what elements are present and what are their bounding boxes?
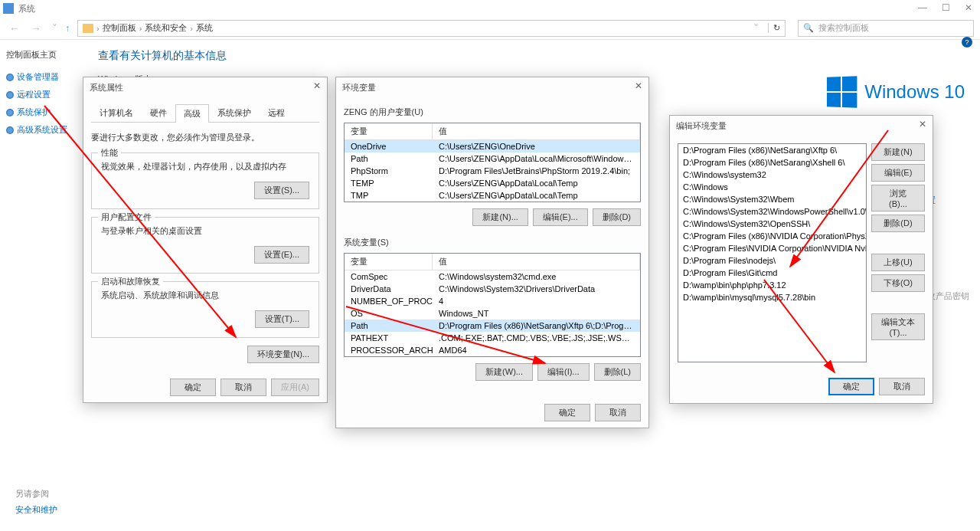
address-dropdown[interactable]: ˅ <box>750 22 762 34</box>
shield-icon <box>6 91 14 99</box>
cancel-button[interactable]: 取消 <box>595 404 641 421</box>
title-bar: 系统 <box>0 0 980 17</box>
table-row[interactable]: DriverDataC:\Windows\System32\Drivers\Dr… <box>345 283 640 295</box>
sidebar-cpanel-home[interactable]: 控制面板主页 <box>6 49 70 61</box>
sys-new-button[interactable]: 新建(W)... <box>475 363 533 381</box>
table-row[interactable]: PhpStormD:\Program Files\JetBrains\PhpSt… <box>345 165 640 177</box>
user-new-button[interactable]: 新建(N)... <box>472 208 528 226</box>
apply-button[interactable]: 应用(A) <box>271 379 319 396</box>
list-item[interactable]: D:\Program Files (x86)\NetSarang\Xshell … <box>678 156 866 169</box>
var-name: PATHEXT <box>345 332 433 344</box>
browse-button[interactable]: 浏览(B)... <box>871 185 925 211</box>
edittext-button[interactable]: 编辑文本(T)... <box>871 313 925 340</box>
user-delete-button[interactable]: 删除(D) <box>593 208 641 226</box>
folder-icon <box>83 24 93 33</box>
tabs: 计算机名 硬件 高级 系统保护 远程 <box>91 103 319 123</box>
list-item[interactable]: D:\Program Files\nodejs\ <box>678 254 866 267</box>
env-vars-button[interactable]: 环境变量(N)... <box>247 346 319 363</box>
table-row[interactable]: OSWindows_NT <box>345 307 640 320</box>
tab-remote[interactable]: 远程 <box>260 103 293 122</box>
list-item[interactable]: D:\Program Files (x86)\NetSarang\Xftp 6\ <box>678 144 866 156</box>
table-row[interactable]: TEMPC:\Users\ZENG\AppData\Local\Temp <box>345 177 640 189</box>
list-item[interactable]: C:\Windows\system32 <box>678 169 866 181</box>
list-item[interactable]: C:\Program Files\NVIDIA Corporation\NVID… <box>678 242 866 254</box>
toolbar: ← → ˅ ↑ › 控制面板 › 系统和安全 › 系统 ˅ ↻ 🔍 搜索控制面板 <box>0 17 980 40</box>
table-row[interactable]: PATHEXT.COM;.EXE;.BAT;.CMD;.VBS;.VBE;.JS… <box>345 332 640 344</box>
sys-edit-button[interactable]: 编辑(I)... <box>537 363 590 381</box>
startup-settings-button[interactable]: 设置(T)... <box>255 310 309 328</box>
minimize-button[interactable]: — <box>911 0 934 15</box>
list-item[interactable]: D:\wamp\bin\php\php7.3.12 <box>678 279 866 291</box>
tab-protection[interactable]: 系统保护 <box>209 103 260 122</box>
breadcrumb-cpanel[interactable]: 控制面板 <box>103 22 136 34</box>
table-row[interactable]: ComSpecC:\Windows\system32\cmd.exe <box>345 270 640 283</box>
table-header: 变量 值 <box>345 123 640 140</box>
table-row[interactable]: TMPC:\Users\ZENG\AppData\Local\Temp <box>345 189 640 202</box>
delete-button[interactable]: 删除(D) <box>871 215 925 232</box>
ok-button[interactable]: 确定 <box>170 379 216 396</box>
table-row[interactable]: PROCESSOR_ARCHITECT...AMD64 <box>345 344 640 356</box>
sys-delete-button[interactable]: 删除(L) <box>594 363 641 381</box>
group-desc: 视觉效果，处理器计划，内存使用，以及虚拟内存 <box>101 161 309 172</box>
up-button[interactable]: ↑ <box>65 23 70 34</box>
close-button[interactable]: ✕ <box>957 0 980 15</box>
list-item[interactable]: C:\Program Files (x86)\NVIDIA Corporatio… <box>678 230 866 242</box>
sys-vars-table[interactable]: 变量 值 ComSpecC:\Windows\system32\cmd.exeD… <box>344 253 641 357</box>
movedown-button[interactable]: 下移(O) <box>871 274 925 292</box>
close-icon[interactable]: ✕ <box>313 80 321 91</box>
edit-button[interactable]: 编辑(E) <box>871 164 925 182</box>
sys-buttons: 新建(W)... 编辑(I)... 删除(L) <box>344 363 641 381</box>
var-value: D:\Program Files\JetBrains\PhpStorm 2019… <box>433 165 640 177</box>
col-val: 值 <box>433 123 640 139</box>
breadcrumb-syssec[interactable]: 系统和安全 <box>145 22 187 34</box>
table-row[interactable]: PathD:\Program Files (x86)\NetSarang\Xft… <box>345 320 640 332</box>
list-item[interactable]: D:\wamp\bin\mysql\mysql5.7.28\bin <box>678 291 866 303</box>
table-header: 变量 值 <box>345 254 640 270</box>
sidebar-item-remote[interactable]: 远程设置 <box>6 89 70 100</box>
var-name: TMP <box>345 189 433 202</box>
ok-button[interactable]: 确定 <box>544 404 590 421</box>
new-button[interactable]: 新建(N) <box>871 143 925 161</box>
security-maintenance-link[interactable]: 安全和维护 <box>15 505 57 514</box>
tab-computername[interactable]: 计算机名 <box>91 103 142 122</box>
user-vars-table[interactable]: 变量 值 OneDriveC:\Users\ZENG\OneDrivePathC… <box>344 123 641 202</box>
userprofile-group: 用户配置文件 与登录帐户相关的桌面设置 设置(E)... <box>91 217 319 274</box>
search-input[interactable]: 🔍 搜索控制面板 <box>798 20 974 37</box>
cancel-button[interactable]: 取消 <box>879 378 925 395</box>
list-item[interactable]: C:\Windows\System32\WindowsPowerShell\v1… <box>678 205 866 218</box>
table-row[interactable]: OneDriveC:\Users\ZENG\OneDrive <box>345 140 640 152</box>
sidebar-item-advanced[interactable]: 高级系统设置 <box>6 124 70 136</box>
list-item[interactable]: C:\Windows <box>678 181 866 193</box>
help-icon[interactable]: ? <box>962 37 972 48</box>
edit-buttons: 新建(N) 编辑(E) 浏览(B)... 删除(D) 上移(U) 下移(O) 编… <box>871 143 925 362</box>
user-edit-button[interactable]: 编辑(E)... <box>533 208 588 226</box>
sidebar-item-protection[interactable]: 系统保护 <box>6 107 70 118</box>
list-item[interactable]: D:\Program Files\Git\cmd <box>678 267 866 279</box>
breadcrumb-system[interactable]: 系统 <box>196 22 213 34</box>
profile-settings-button[interactable]: 设置(E)... <box>254 246 309 264</box>
refresh-button[interactable]: ↻ <box>768 23 780 33</box>
forward-button[interactable]: → <box>28 22 44 34</box>
recent-dropdown[interactable]: ˅ <box>49 22 60 34</box>
breadcrumb[interactable]: › 控制面板 › 系统和安全 › 系统 ˅ ↻ <box>77 20 786 37</box>
path-list[interactable]: D:\Program Files (x86)\NetSarang\Xftp 6\… <box>678 143 867 362</box>
dialog-title: 编辑环境变量 <box>670 116 933 136</box>
ok-button[interactable]: 确定 <box>828 378 874 395</box>
moveup-button[interactable]: 上移(U) <box>871 254 925 271</box>
tab-advanced[interactable]: 高级 <box>175 104 209 123</box>
list-item[interactable]: C:\Windows\System32\Wbem <box>678 193 866 205</box>
list-item[interactable]: C:\Windows\System32\OpenSSH\ <box>678 218 866 230</box>
table-row[interactable]: NUMBER_OF_PROCESSORS4 <box>345 295 640 307</box>
tab-hardware[interactable]: 硬件 <box>142 103 175 122</box>
var-name: PROCESSOR_ARCHITECT... <box>345 344 433 356</box>
table-row[interactable]: PathC:\Users\ZENG\AppData\Local\Microsof… <box>345 152 640 165</box>
cancel-button[interactable]: 取消 <box>220 379 266 396</box>
close-icon[interactable]: ✕ <box>635 80 642 91</box>
close-icon[interactable]: ✕ <box>919 119 926 129</box>
maximize-button[interactable]: ☐ <box>934 0 957 15</box>
sidebar-item-device-manager[interactable]: 设备管理器 <box>6 71 70 83</box>
back-button[interactable]: ← <box>6 22 23 34</box>
perf-settings-button[interactable]: 设置(S)... <box>254 182 309 199</box>
var-value: AMD64 <box>433 344 640 356</box>
var-value: C:\Users\ZENG\AppData\Local\Microsoft\Wi… <box>433 152 640 165</box>
